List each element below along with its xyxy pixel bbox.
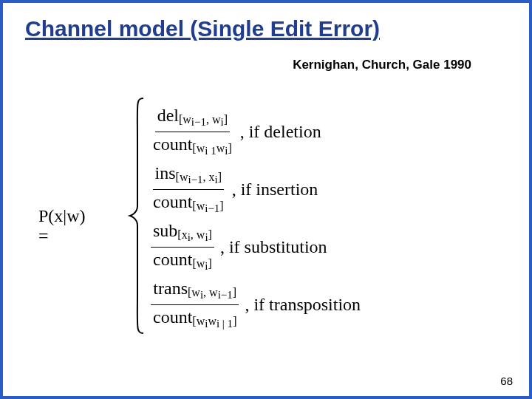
equation-case: del[wi−1, wi]count[wi 1wi], if deletion [151,103,361,160]
fraction-numerator: del[wi−1, wi] [155,106,230,132]
fraction: sub[xi, wi]count[wi] [151,221,214,273]
fraction-denominator: count[wi−1] [151,190,226,215]
citation: Kernighan, Church, Gale 1990 [3,41,529,72]
equation-case: ins[wi−1, xi]count[wi−1], if insertion [151,160,361,218]
case-condition: , if transposition [245,295,361,315]
equation-lhs: P(x|w) = [38,206,85,246]
equation-case: sub[xi, wi]count[wi], if substitution [151,218,361,276]
equation-case: trans[wi, wi−1]count[wiwi | 1], if trans… [151,276,361,333]
fraction-numerator: trans[wi, wi−1] [151,279,239,304]
left-brace-icon [127,95,148,336]
slide-title: Channel model (Single Edit Error) [3,3,529,41]
case-condition: , if insertion [232,180,318,200]
fraction: trans[wi, wi−1]count[wiwi | 1] [151,279,239,330]
case-condition: , if substitution [220,237,327,257]
case-condition: , if deletion [240,122,321,142]
fraction: ins[wi−1, xi]count[wi−1] [151,163,226,215]
equation-cases: del[wi−1, wi]count[wi 1wi], if deletioni… [151,103,361,333]
fraction-numerator: ins[wi−1, xi] [153,163,225,189]
fraction-denominator: count[wi 1wi] [151,132,234,157]
page-number: 68 [500,375,513,387]
fraction-denominator: count[wiwi | 1] [151,305,239,330]
fraction-denominator: count[wi] [151,248,214,273]
fraction-numerator: sub[xi, wi] [151,221,214,247]
fraction: del[wi−1, wi]count[wi 1wi] [151,106,234,157]
